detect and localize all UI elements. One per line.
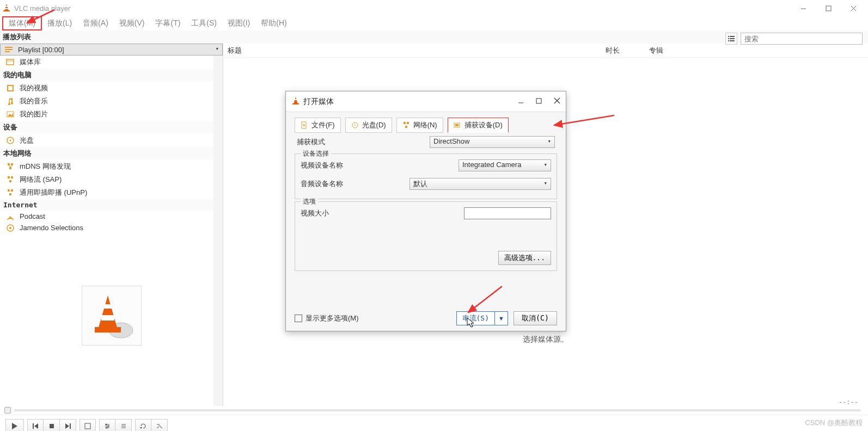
menu-help[interactable]: 帮助(H) bbox=[255, 17, 292, 29]
close-button[interactable] bbox=[841, 0, 866, 16]
svg-rect-47 bbox=[50, 424, 54, 428]
col-album[interactable]: 专辑 bbox=[645, 44, 868, 57]
menu-video[interactable]: 视频(V) bbox=[114, 17, 150, 29]
seek-slider[interactable] bbox=[0, 406, 868, 415]
maximize-button[interactable] bbox=[816, 0, 841, 16]
sidebar-item-label: Podcast bbox=[20, 212, 45, 220]
select-value: Integrated Camera bbox=[462, 161, 521, 169]
tab-label: 光盘(D) bbox=[362, 120, 386, 130]
sidebar-item-upnp[interactable]: 通用即插即播 (UPnP) bbox=[0, 186, 223, 199]
network-icon bbox=[5, 189, 15, 196]
tab-label: 捕获设备(D) bbox=[464, 120, 503, 130]
time-display: --:-- bbox=[839, 398, 858, 406]
svg-rect-11 bbox=[730, 38, 735, 39]
sidebar-item-label: 网络流 (SAP) bbox=[20, 175, 62, 184]
play-button[interactable] bbox=[5, 419, 24, 432]
library-icon bbox=[5, 58, 15, 66]
shuffle-button[interactable] bbox=[151, 419, 168, 432]
dialog-close-button[interactable] bbox=[554, 97, 560, 106]
svg-point-36 bbox=[10, 216, 11, 218]
drop-hint: 选择媒体源。 bbox=[523, 335, 569, 344]
col-title[interactable]: 标题 bbox=[223, 44, 601, 57]
stop-button[interactable] bbox=[44, 419, 60, 432]
sidebar-item-my-pictures[interactable]: 我的图片 bbox=[0, 108, 223, 121]
sidebar-item-media-library[interactable]: 媒体库 bbox=[0, 56, 223, 69]
svg-marker-22 bbox=[8, 113, 13, 116]
sidebar-item-playlist[interactable]: Playlist [00:00] bbox=[0, 44, 223, 56]
advanced-options-button[interactable]: 高级选项... bbox=[498, 251, 551, 265]
menu-subtitle[interactable]: 字幕(T) bbox=[150, 17, 186, 29]
network-icon bbox=[5, 176, 15, 183]
svg-marker-40 bbox=[98, 295, 118, 329]
fieldset-legend: 设备选择 bbox=[301, 149, 331, 158]
svg-rect-8 bbox=[728, 36, 729, 37]
menu-view[interactable]: 视图(I) bbox=[222, 17, 255, 29]
svg-line-28 bbox=[9, 165, 10, 167]
sidebar-scrollbar[interactable] bbox=[213, 44, 223, 406]
video-device-select[interactable]: Integrated Camera bbox=[459, 159, 551, 171]
svg-marker-60 bbox=[140, 427, 142, 429]
sidebar-item-my-videos[interactable]: 我的视频 bbox=[0, 82, 223, 95]
dialog-minimize-button[interactable] bbox=[518, 97, 524, 106]
tab-capture[interactable]: 捕获设备(D) bbox=[448, 118, 509, 133]
svg-point-54 bbox=[106, 423, 107, 425]
svg-rect-49 bbox=[70, 423, 71, 429]
menu-audio[interactable]: 音频(A) bbox=[77, 17, 114, 29]
minimize-button[interactable] bbox=[791, 0, 816, 16]
sidebar-item-podcast[interactable]: Podcast bbox=[0, 211, 223, 222]
tab-file[interactable]: 文件(F) bbox=[295, 118, 341, 133]
network-icon bbox=[5, 163, 15, 170]
menu-media[interactable]: 媒体(M) bbox=[2, 16, 42, 30]
capture-mode-select[interactable]: DirectShow bbox=[430, 136, 555, 148]
sidebar-item-my-music[interactable]: 我的音乐 bbox=[0, 95, 223, 108]
video-size-input[interactable] bbox=[464, 207, 551, 219]
svg-rect-3 bbox=[5, 8, 8, 9]
tab-label: 文件(F) bbox=[311, 120, 335, 130]
tab-label: 网络(N) bbox=[413, 120, 437, 130]
svg-marker-44 bbox=[12, 423, 17, 429]
checkbox-label: 显示更多选项(M) bbox=[305, 313, 359, 323]
menu-tools[interactable]: 工具(S) bbox=[186, 17, 222, 29]
svg-rect-10 bbox=[728, 38, 729, 39]
podcast-icon bbox=[5, 213, 15, 220]
video-size-label: 视频大小 bbox=[301, 208, 355, 218]
sidebar-item-label: mDNS 网络发现 bbox=[20, 162, 71, 171]
prev-button[interactable] bbox=[27, 419, 44, 432]
vlc-icon bbox=[2, 3, 11, 14]
fullscreen-button[interactable] bbox=[80, 419, 96, 432]
album-art-placeholder bbox=[82, 286, 142, 346]
list-view-icon[interactable] bbox=[725, 33, 737, 45]
extended-settings-button[interactable] bbox=[99, 419, 115, 432]
cancel-button[interactable]: 取消(C) bbox=[514, 311, 557, 325]
svg-rect-34 bbox=[11, 189, 13, 192]
loop-button[interactable] bbox=[135, 419, 151, 432]
sidebar-item-sap[interactable]: 网络流 (SAP) bbox=[0, 173, 223, 186]
col-duration[interactable]: 时长 bbox=[601, 44, 645, 57]
sidebar-item-label: 我的音乐 bbox=[20, 96, 48, 106]
sidebar-item-mdns[interactable]: mDNS 网络发现 bbox=[0, 160, 223, 173]
sidebar-cat-devices: 设备 bbox=[0, 121, 223, 134]
playlist-toggle-button[interactable] bbox=[115, 419, 132, 432]
show-more-options-checkbox[interactable]: 显示更多选项(M) bbox=[295, 313, 359, 323]
menu-bar: 媒体(M) 播放(L) 音频(A) 视频(V) 字幕(T) 工具(S) 视图(I… bbox=[0, 16, 868, 30]
watermark: CSDN @奥酷教程 bbox=[805, 418, 863, 428]
stream-button[interactable]: 串流(S) ▼ bbox=[456, 311, 508, 325]
chevron-down-icon[interactable]: ▼ bbox=[494, 312, 508, 325]
svg-marker-69 bbox=[303, 124, 305, 126]
svg-rect-35 bbox=[9, 193, 11, 195]
select-value: DirectShow bbox=[433, 137, 469, 145]
dialog-maximize-button[interactable] bbox=[536, 97, 542, 106]
device-select-group: 设备选择 视频设备名称 Integrated Camera 音频设备名称 默认 bbox=[295, 153, 557, 199]
playlist-column-headers: 标题 时长 专辑 bbox=[223, 44, 868, 58]
svg-rect-73 bbox=[407, 122, 409, 124]
menu-playback[interactable]: 播放(L) bbox=[42, 17, 77, 29]
sidebar-item-jamendo[interactable]: Jamendo Selections bbox=[0, 222, 223, 233]
video-file-icon bbox=[5, 84, 15, 92]
dialog-title: 打开媒体 bbox=[303, 97, 334, 107]
sidebar-item-disc[interactable]: 光盘 bbox=[0, 134, 223, 147]
tab-network[interactable]: 网络(N) bbox=[396, 118, 443, 133]
search-input[interactable] bbox=[741, 33, 863, 45]
tab-disc[interactable]: 光盘(D) bbox=[345, 118, 392, 133]
next-button[interactable] bbox=[60, 419, 76, 432]
audio-device-select[interactable]: 默认 bbox=[409, 178, 551, 190]
